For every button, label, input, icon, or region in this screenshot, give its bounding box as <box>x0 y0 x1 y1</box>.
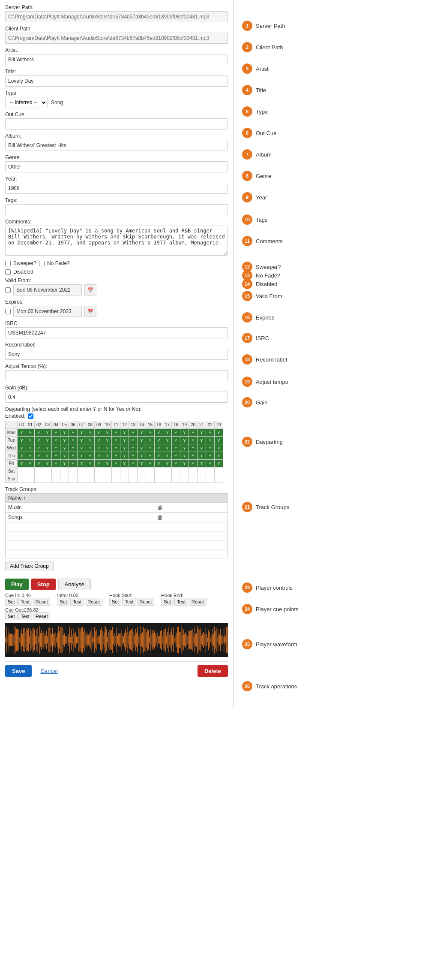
dp-cell[interactable]: Y <box>18 444 26 452</box>
cue-out-test-button[interactable]: Test <box>18 612 32 620</box>
dp-cell[interactable]: Y <box>52 437 60 444</box>
dp-cell[interactable]: Y <box>95 460 103 467</box>
dp-cell[interactable] <box>129 467 138 475</box>
dp-cell[interactable]: Y <box>120 460 129 467</box>
expires-checkbox[interactable] <box>5 309 11 314</box>
dp-cell[interactable]: Y <box>198 437 206 444</box>
dp-cell[interactable]: Y <box>95 437 103 444</box>
dp-cell[interactable]: Y <box>60 429 69 437</box>
dp-cell[interactable]: Y <box>172 452 180 460</box>
dp-cell[interactable]: Y <box>60 452 69 460</box>
dp-cell[interactable]: Y <box>172 444 180 452</box>
dp-cell[interactable] <box>189 467 198 475</box>
dp-cell[interactable] <box>43 475 52 483</box>
dp-cell[interactable]: Y <box>78 452 86 460</box>
dp-cell[interactable] <box>60 475 69 483</box>
dp-cell[interactable]: Y <box>43 437 52 444</box>
dp-cell[interactable]: Y <box>138 460 146 467</box>
dp-cell[interactable]: Y <box>52 444 60 452</box>
dp-cell[interactable] <box>146 475 155 483</box>
dp-cell[interactable] <box>103 475 112 483</box>
hook-start-test-button[interactable]: Test <box>122 598 136 606</box>
cue-in-test-button[interactable]: Test <box>18 598 32 606</box>
dp-cell[interactable]: Y <box>26 429 35 437</box>
dp-cell[interactable] <box>215 467 223 475</box>
genre-input[interactable] <box>5 161 228 172</box>
dp-cell[interactable]: Y <box>206 460 215 467</box>
dp-cell[interactable]: Y <box>103 444 112 452</box>
intro-set-button[interactable]: Set <box>57 598 69 606</box>
dp-cell[interactable]: Y <box>26 437 35 444</box>
dp-cell[interactable] <box>146 467 155 475</box>
dp-cell[interactable]: Y <box>52 452 60 460</box>
server-path-input[interactable] <box>5 11 228 22</box>
sweeper-checkbox[interactable] <box>5 261 11 266</box>
adjust-tempo-input[interactable] <box>5 370 228 381</box>
year-input[interactable] <box>5 183 228 194</box>
dp-cell[interactable]: Y <box>95 452 103 460</box>
dp-cell[interactable] <box>26 467 35 475</box>
dp-cell[interactable]: Y <box>129 460 138 467</box>
dp-cell[interactable]: Y <box>129 452 138 460</box>
dp-cell[interactable]: Y <box>78 429 86 437</box>
dp-cell[interactable] <box>215 475 223 483</box>
dp-cell[interactable]: Y <box>138 452 146 460</box>
dp-cell[interactable]: Y <box>172 437 180 444</box>
dp-cell[interactable]: Y <box>198 444 206 452</box>
dp-cell[interactable]: Y <box>163 444 172 452</box>
dp-cell[interactable] <box>138 475 146 483</box>
dp-cell[interactable]: Y <box>189 437 198 444</box>
dp-cell[interactable]: Y <box>60 437 69 444</box>
dp-cell[interactable] <box>112 475 120 483</box>
stop-button[interactable]: Stop <box>31 579 56 590</box>
dp-cell[interactable] <box>172 467 180 475</box>
save-button[interactable]: Save <box>5 665 32 677</box>
dp-cell[interactable] <box>120 467 129 475</box>
add-track-group-button[interactable]: Add Track Group <box>5 561 54 571</box>
dp-cell[interactable]: Y <box>146 460 155 467</box>
intro-reset-button[interactable]: Reset <box>85 598 102 606</box>
dp-cell[interactable]: Y <box>155 437 163 444</box>
dp-cell[interactable]: Y <box>35 437 43 444</box>
dp-cell[interactable]: Y <box>189 429 198 437</box>
dp-cell[interactable]: Y <box>215 444 223 452</box>
dp-cell[interactable]: Y <box>120 452 129 460</box>
dp-cell[interactable] <box>52 475 60 483</box>
dp-cell[interactable] <box>198 467 206 475</box>
dp-cell[interactable]: Y <box>35 444 43 452</box>
dp-cell[interactable]: Y <box>163 452 172 460</box>
dp-cell[interactable]: Y <box>69 437 78 444</box>
dp-cell[interactable]: Y <box>172 460 180 467</box>
dp-cell[interactable]: Y <box>172 429 180 437</box>
disabled-checkbox[interactable] <box>5 269 11 275</box>
dp-cell[interactable]: Y <box>35 429 43 437</box>
dp-cell[interactable]: Y <box>206 444 215 452</box>
dp-cell[interactable] <box>180 475 189 483</box>
dp-cell[interactable]: Y <box>146 444 155 452</box>
dp-cell[interactable]: Y <box>18 437 26 444</box>
expires-calendar-button[interactable]: 📅 <box>84 306 96 317</box>
dp-cell[interactable]: Y <box>52 460 60 467</box>
dp-cell[interactable] <box>129 475 138 483</box>
cue-in-reset-button[interactable]: Reset <box>33 598 51 606</box>
dp-cell[interactable] <box>206 475 215 483</box>
dp-cell[interactable]: Y <box>206 429 215 437</box>
dp-cell[interactable] <box>172 475 180 483</box>
dp-cell[interactable] <box>103 467 112 475</box>
dp-cell[interactable] <box>155 475 163 483</box>
dp-cell[interactable] <box>78 467 86 475</box>
dp-cell[interactable]: Y <box>215 429 223 437</box>
dp-cell[interactable] <box>18 467 26 475</box>
dp-cell[interactable]: Y <box>180 429 189 437</box>
dp-cell[interactable]: Y <box>146 452 155 460</box>
dp-cell[interactable]: Y <box>69 452 78 460</box>
dp-cell[interactable] <box>69 467 78 475</box>
dp-cell[interactable]: Y <box>18 429 26 437</box>
dp-cell[interactable]: Y <box>155 452 163 460</box>
dp-cell[interactable]: Y <box>43 429 52 437</box>
dp-cell[interactable]: Y <box>155 429 163 437</box>
dp-cell[interactable]: Y <box>129 429 138 437</box>
dp-cell[interactable]: Y <box>112 437 120 444</box>
type-select[interactable]: -- Inferred -- Song Sweeper Jingle <box>5 97 48 108</box>
dp-cell[interactable]: Y <box>163 437 172 444</box>
